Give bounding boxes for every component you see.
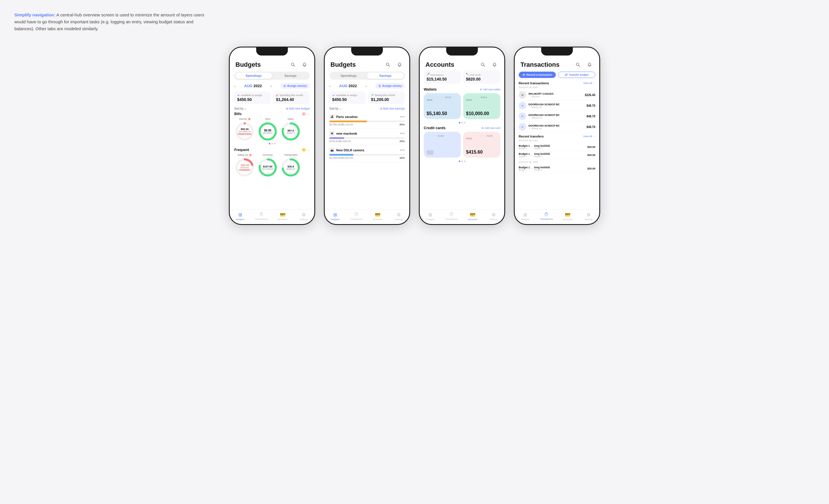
nav-settings-3[interactable]: ⚙ Settings: [483, 212, 505, 221]
phone-budgets-savings: Budgets Spendings Savings ‹ AUG 2022 ›: [324, 47, 410, 225]
savings-paris-icon-2: 🏖: [329, 114, 334, 119]
wallet-balance-1-3: $5,140.50: [427, 111, 458, 116]
phone-header-2: Budgets: [325, 58, 409, 71]
bell-icon-4[interactable]: [585, 61, 593, 69]
savings-paris-2: 🏖 Paris vacation ••• $2,580.00/$5,120.00…: [329, 112, 405, 128]
savings-paris-name-2: 🏖 Paris vacation: [329, 114, 358, 119]
eating-circle-wrap-1[interactable]: -$20.00 $20/$100 OVERSPENT: [234, 157, 255, 178]
credit-dots-3: [424, 160, 500, 162]
nav-accounts-3[interactable]: 💳 Accounts: [462, 212, 483, 221]
nav-budgets-4[interactable]: ⊞ Budgets: [515, 212, 536, 221]
transfers-date-label-4: AUGUST 08, 2022: [519, 139, 595, 142]
phones-row: Budgets Spendings Savings ‹ AUG 2022 ›: [14, 47, 815, 225]
wallet-card-2-3[interactable]: · · · · · · · · 8302 09/28 $10,000.00: [463, 93, 500, 119]
nav-accounts-2[interactable]: 💳 Accounts: [367, 212, 388, 221]
transfer-1-from-sub-4: Budget 1: [519, 147, 530, 149]
groceries-circle-wrap-1[interactable]: $157.60 $43.40/$200: [257, 157, 278, 178]
search-icon-3[interactable]: [479, 61, 487, 69]
transport-circle-wrap-1[interactable]: $30.8 $88/$120: [280, 157, 301, 178]
tab-savings-2[interactable]: Savings: [367, 73, 404, 79]
rent-circle-wrap-1[interactable]: $0.00 $500/$500: [257, 121, 278, 142]
assign-money-btn-2[interactable]: Assign money: [375, 83, 405, 89]
nav-accounts-4[interactable]: 💳 Accounts: [557, 212, 578, 221]
savings-macbook-more-2[interactable]: •••: [400, 131, 405, 136]
savings-paris-amounts-2: $2,580.00/$5,120.00: [329, 123, 353, 126]
trans-date-label-4: AUGUST 08, 2022: [519, 86, 595, 89]
budgets-title-2: Budgets: [330, 61, 356, 69]
nav-settings-4[interactable]: ⚙ Settings: [578, 212, 600, 221]
savings-dslr-more-2[interactable]: •••: [400, 148, 405, 153]
trans-walmart-avatar-4: W: [519, 91, 526, 99]
bills-circles-1: Internet $50.00 $0.00/$50.00 UND: [234, 118, 310, 142]
view-all-trans-4[interactable]: View all →: [583, 82, 595, 85]
prev-month-2[interactable]: ‹: [329, 84, 331, 88]
sort-by-btn-2[interactable]: Sort by ⌄: [329, 107, 341, 110]
nav-settings-2[interactable]: ⚙ Settings: [388, 212, 409, 221]
savings-dslr-bar-2: [329, 154, 405, 156]
bell-icon-2[interactable]: [396, 61, 403, 69]
savings-macbook-icon-2: 💻: [329, 131, 334, 136]
available-card-2: Available to assign $450.50: [329, 91, 366, 104]
transfer-budget-btn-4[interactable]: Transfer budget: [558, 72, 595, 78]
assign-money-btn-1[interactable]: Assign money: [280, 83, 310, 89]
savings-list-2: 🏖 Paris vacation ••• $2,580.00/$5,120.00…: [325, 112, 409, 209]
search-icon-2[interactable]: [384, 61, 392, 69]
credit-header-3: Credit cards ⊕ Add new card: [424, 126, 500, 130]
internet-label-1: Internet: [239, 118, 250, 120]
sort-add-row-2: Sort by ⌄ ⊕ Add new savings: [325, 107, 409, 110]
transfer-1-4: Budget 1 Budget 1 › long boiiiiiiiii Bud…: [519, 143, 595, 151]
nav-budgets-2[interactable]: ⊞ Budgets: [325, 212, 346, 221]
nav-budgets-1[interactable]: ⊞ Budgets: [230, 212, 251, 221]
trans-door1-avatar-4: D: [519, 102, 526, 109]
add-budget-link-1[interactable]: ⊕ Add new budget: [286, 107, 310, 110]
frequent-chevron-1[interactable]: ⌄: [308, 148, 310, 152]
savings-paris-more-2[interactable]: •••: [400, 114, 405, 119]
tab-spendings-1[interactable]: Spendings: [235, 73, 272, 79]
nav-transactions-3[interactable]: ⏱ Transactions: [441, 212, 462, 221]
view-all-transfers-4[interactable]: View all →: [583, 135, 595, 138]
search-icon-1[interactable]: [289, 61, 297, 69]
credit-card-2-3[interactable]: · · · · · · · · · · · 4183 09/28 $415.60: [463, 132, 500, 158]
prev-month-1[interactable]: ‹: [234, 84, 236, 88]
add-card-link-3[interactable]: ⊕ Add new card: [481, 126, 500, 129]
transport-circle-1: Transportatio $30.8 $88/$120: [280, 154, 301, 178]
nav-transactions-2[interactable]: ⏱ Transactions: [346, 212, 367, 221]
wallet-card-1-3[interactable]: · · · · · · · · · · 9123 09/28 $5,140.50: [424, 93, 461, 119]
add-savings-link-2[interactable]: ⊕ Add new savings: [380, 107, 405, 110]
total-balance-card-3: Total balance $15,140.50: [424, 71, 461, 84]
nav-accounts-1[interactable]: 💳 Accounts: [272, 212, 293, 221]
frequent-title-1: Frequent: [234, 148, 249, 152]
bills-chevron-1[interactable]: ⌄: [308, 113, 310, 116]
phone-notch-3: [446, 47, 478, 55]
nav-transactions-1[interactable]: ⏱ Transactions: [251, 212, 272, 221]
phone-notch-1: [256, 47, 288, 55]
next-month-2[interactable]: ›: [365, 84, 367, 88]
next-month-1[interactable]: ›: [270, 84, 272, 88]
trans-door3-name-4: DOORDASH SCNDCP BC: [529, 124, 560, 127]
transfer-1-to-sub-4: Budget 1: [534, 147, 550, 149]
phone-accounts: Accounts Total balance: [419, 47, 505, 225]
record-transaction-btn-4[interactable]: Record a transaction: [519, 72, 556, 78]
nav-transactions-4[interactable]: ⏱ Transactions: [536, 212, 557, 221]
credit-card-1-3[interactable]: · · · · · · 9438: [424, 132, 461, 158]
summary-cards-2: Available to assign $450.50 Saving this …: [325, 91, 409, 104]
internet-circle-wrap-1[interactable]: $50.00 $0.00/$50.00 UNDERFUNDED: [234, 121, 255, 142]
tab-spendings-2[interactable]: Spendings: [330, 73, 367, 79]
accounts-content-3: Total balance $15,140.50 Total credit $8…: [420, 71, 504, 209]
bell-icon-1[interactable]: [300, 61, 309, 69]
sort-by-btn-1[interactable]: Sort by ⌄: [234, 107, 246, 110]
tab-savings-1[interactable]: Savings: [272, 73, 309, 79]
trans-door1-4: D DOORDASH SCNDCP BC → Eating out $48.70: [519, 101, 595, 111]
transfer-2-4: Budget 1 Budget 1 › long boiiiiiiiii Bud…: [519, 151, 595, 159]
transfer-3-4: Budget 1 Budget 1 › long boiiiiiiiii Bud…: [519, 164, 595, 172]
bills-category-1: Bills 1 ⌄ Internet: [230, 112, 314, 146]
bell-icon-3[interactable]: [491, 61, 499, 69]
hydro-circle-wrap-1[interactable]: $87.0 $0/$40.0: [280, 121, 301, 142]
nav-budgets-3[interactable]: ⊞ Budgets: [420, 212, 441, 221]
savings-dslr-amounts-2: $1,000.00/$3,420.00: [329, 156, 353, 159]
savings-macbook-amounts-2: $750.00/$2,500.00: [329, 140, 351, 143]
search-icon-4[interactable]: [574, 61, 582, 69]
svg-line-1: [294, 65, 295, 67]
add-wallet-link-3[interactable]: ⊕ Add new wallet: [480, 88, 500, 91]
nav-settings-1[interactable]: ⚙ Settings: [293, 212, 315, 221]
